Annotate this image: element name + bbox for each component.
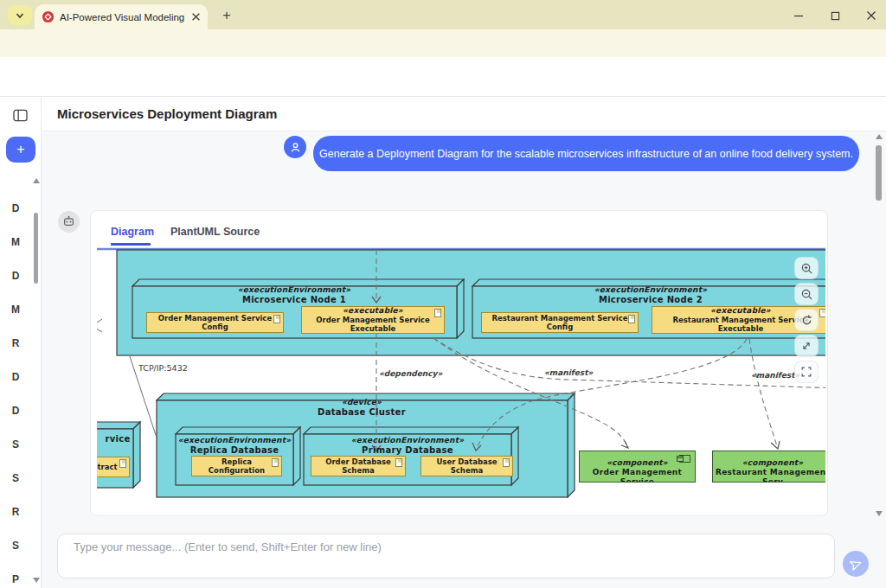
history-item[interactable]: S (0, 462, 31, 495)
artifact-page-icon (819, 309, 825, 317)
artifact-order-config: Order Management Service Config (146, 312, 284, 333)
zoom-in-button[interactable] (794, 257, 819, 279)
node1-stereotype: «executionEnvironment» (208, 285, 381, 295)
close-icon (866, 10, 876, 21)
artifact-page-icon (273, 315, 280, 323)
history-item[interactable]: M (0, 293, 31, 327)
fullscreen-brackets-icon (800, 366, 812, 378)
sidebar-toggle-icon[interactable] (13, 109, 28, 125)
artifact-restaurant-exec-stereotype: «executable» (710, 306, 771, 316)
history-item[interactable]: R (0, 495, 31, 529)
new-tab-button[interactable]: + (218, 7, 235, 24)
edge-label-manifest-right: «manifest» (751, 371, 799, 380)
diagram-card: Diagram PlantUML Source (90, 210, 828, 516)
tab-close-icon[interactable] (191, 12, 201, 22)
component-restaurant-name: Restaurant Management Serv (713, 468, 825, 483)
history-item[interactable]: S (0, 529, 31, 563)
sidebar-scroll-down-arrow[interactable] (33, 578, 40, 583)
artifact-page-icon (434, 309, 441, 317)
history-item[interactable]: D (0, 259, 31, 293)
sidebar-scroll-up-arrow[interactable] (33, 178, 40, 183)
expand-arrows-icon (800, 340, 812, 352)
main-scrollbar-thumb[interactable] (876, 145, 882, 201)
maximize-icon (831, 11, 840, 21)
chat-user-avatar (284, 136, 306, 158)
edge-label-manifest-left: «manifest» (544, 368, 593, 377)
fullscreen-button[interactable] (794, 361, 819, 383)
person-icon (289, 141, 302, 154)
sidebar-scrollbar-thumb[interactable] (34, 213, 38, 284)
chevron-down-icon (15, 10, 25, 21)
send-plane-icon (850, 558, 863, 571)
component-order-service: «component» Order Management Service (579, 451, 696, 483)
tab-diagram[interactable]: Diagram (111, 226, 154, 238)
browser-tab[interactable]: AI-Powered Visual Modeling Ch (35, 4, 208, 29)
artifact-user-schema: User Database Schema (421, 456, 513, 476)
history-item[interactable]: P (0, 563, 31, 588)
chat-history-list: D M D M R D D S S R S P (0, 192, 31, 588)
window-maximize-button[interactable] (825, 7, 844, 24)
primary-stereotype: «executionEnvironment» (321, 436, 494, 445)
main-scroll-down-arrow[interactable] (876, 511, 883, 516)
page-title-bar: Microservices Deployment Diagram (42, 97, 886, 131)
reset-view-button[interactable] (794, 309, 819, 331)
tab-title: AI-Powered Visual Modeling Ch (60, 12, 186, 22)
artifact-restaurant-config-text: Restaurant Management Service Config (482, 314, 638, 332)
history-item[interactable]: M (0, 226, 31, 259)
node2-name: Microservice Node 2 (564, 295, 737, 304)
zoom-out-button[interactable] (794, 283, 819, 305)
component-icon (679, 455, 690, 463)
history-item[interactable]: D (0, 394, 31, 428)
artifact-page-icon (503, 458, 510, 467)
component-restaurant-service: «component» Restaurant Management Serv (712, 451, 825, 483)
main-scroll-up-arrow[interactable] (876, 134, 883, 139)
node2-label: «executionEnvironment» Microservice Node… (564, 285, 737, 304)
history-item[interactable]: D (0, 361, 31, 394)
tab-search-button[interactable] (8, 5, 32, 25)
window-minimize-button[interactable] (789, 7, 808, 24)
component-restaurant-stereotype: «component» (713, 458, 825, 468)
artifact-page-icon (119, 459, 126, 468)
artifact-user-schema-text: User Database Schema (421, 457, 512, 476)
cluster-stereotype: «device» (275, 398, 448, 407)
artifact-page-icon (628, 315, 635, 323)
send-button[interactable] (843, 551, 869, 577)
artifact-order-config-text: Order Management Service Config (147, 314, 283, 332)
edge-label-dependency: «dependency» (379, 369, 442, 378)
tab-plantuml-source[interactable]: PlantUML Source (170, 226, 260, 238)
window-close-button[interactable] (862, 7, 881, 24)
minimize-icon (793, 10, 804, 21)
new-chat-button[interactable]: + (6, 137, 35, 163)
database-cluster-label: «device» Database Cluster (275, 398, 448, 417)
zoom-out-icon (800, 288, 813, 301)
active-tab-underline (111, 243, 151, 246)
diagram-viewport[interactable]: «executionEnvironment» Microservice Node… (97, 247, 825, 516)
message-input[interactable] (57, 534, 835, 578)
expand-button[interactable] (794, 335, 819, 357)
zoom-in-icon (800, 262, 813, 275)
history-item[interactable]: R (0, 327, 31, 361)
artifact-clipped-contract: ntract (97, 457, 130, 477)
replica-db-label: «executionEnvironment» Replica Database (165, 436, 304, 455)
browser-tab-strip: AI-Powered Visual Modeling Ch + (0, 0, 886, 29)
artifact-replica-config-text: Replica Configuration (192, 457, 281, 476)
cluster-name: Database Cluster (275, 407, 448, 417)
bot-avatar (58, 211, 80, 233)
browser-toolbar: ai-toolbox.visual-paradigm.com/app/chatb… (0, 29, 886, 57)
history-item[interactable]: D (0, 192, 31, 226)
user-message-bubble: Generate a Deployment Diagram for the sc… (313, 136, 859, 171)
artifact-order-exec-stereotype: «executable» (343, 306, 403, 316)
replica-stereotype: «executionEnvironment» (165, 436, 304, 445)
reset-icon (800, 314, 813, 327)
page-title: Microservices Deployment Diagram (57, 106, 277, 121)
history-item[interactable]: S (0, 428, 31, 462)
visual-paradigm-favicon (42, 10, 55, 23)
app-header: Chatbot Powered by Visual Paradigm More … (0, 57, 886, 97)
edge-label-tcp: TCP/IP:5432 (138, 363, 188, 373)
replica-name: Replica Database (165, 445, 304, 455)
artifact-order-exec-text: Order Management Service Executable (302, 316, 444, 334)
artifact-page-icon (395, 458, 402, 467)
primary-name: Primary Database (321, 445, 494, 455)
robot-icon (62, 215, 75, 228)
artifact-clipped-text: ntract (97, 463, 118, 472)
